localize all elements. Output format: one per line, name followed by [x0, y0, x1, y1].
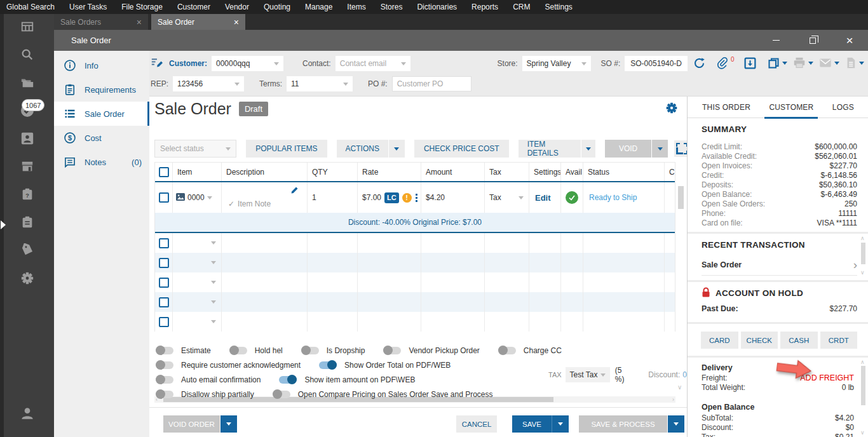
menu-item-vendor[interactable]: Vendor [225, 3, 249, 11]
void-order-dropdown-button[interactable] [220, 415, 237, 433]
menu-item-customer[interactable]: Customer [177, 3, 210, 11]
chevron-down-icon[interactable] [782, 62, 787, 65]
clipboard-question-icon[interactable]: ? [20, 187, 35, 202]
tab-sale-order[interactable]: Sale Order × [151, 14, 245, 30]
save-button[interactable]: SAVE [512, 415, 552, 433]
card-button[interactable]: CARD [701, 332, 738, 349]
scroll-up-icon[interactable]: ∧ [860, 359, 865, 365]
restore-button[interactable] [794, 30, 831, 51]
tab-close-icon[interactable]: × [137, 18, 142, 27]
tax-type-select[interactable]: Test Tax [566, 367, 610, 382]
item-details-button[interactable]: ITEM DETAILS [519, 140, 582, 158]
folders-icon[interactable] [20, 75, 35, 90]
menu-item-global-search[interactable]: Global Search [6, 3, 55, 11]
email-icon[interactable] [818, 56, 839, 70]
export-download-icon[interactable] [743, 57, 757, 70]
chevron-down-icon[interactable] [859, 62, 864, 65]
chevron-down-icon[interactable] [211, 261, 216, 264]
contact-select[interactable]: Contact email [336, 56, 410, 71]
scroll-down-icon[interactable]: ∨ [860, 429, 865, 436]
clipboard-list-icon[interactable] [20, 215, 35, 230]
menu-item-dictionaries[interactable]: Dictionaries [417, 3, 457, 11]
rep-select[interactable]: 123456 [173, 76, 244, 91]
contacts-icon[interactable] [20, 131, 35, 146]
toggle-show-item-amount[interactable] [279, 376, 297, 384]
edit-order-icon[interactable] [151, 57, 163, 71]
actions-dropdown-button[interactable] [389, 140, 405, 158]
sidebar-expand-arrow-icon[interactable] [1, 220, 6, 229]
toggle-disallow-partial[interactable] [156, 391, 173, 398]
scroll-down-icon[interactable]: ∨ [860, 269, 865, 276]
chevron-down-icon[interactable] [211, 281, 216, 284]
scroll-down-icon[interactable]: ∨ [677, 384, 682, 391]
tab-this-order[interactable]: THIS ORDER [702, 97, 750, 118]
toggle-hold[interactable] [229, 347, 247, 354]
panel-scrollbar-thumb[interactable] [861, 243, 865, 264]
scroll-up-icon[interactable]: ∧ [860, 235, 865, 241]
settings-gear-icon[interactable] [665, 102, 678, 114]
menu-item-file-storage[interactable]: File Storage [121, 3, 163, 11]
search-icon[interactable] [20, 47, 35, 62]
tab-logs[interactable]: LOGS [832, 97, 854, 118]
toggle-is-dropship[interactable] [301, 347, 319, 354]
panel-scrollbar-thumb[interactable] [861, 366, 865, 405]
menu-item-user-tasks[interactable]: User Tasks [69, 3, 107, 11]
qty-cell[interactable]: 1 [307, 182, 357, 213]
copy-icon[interactable] [767, 57, 787, 70]
chevron-down-icon[interactable] [211, 241, 216, 245]
edit-description-pencil-icon[interactable] [290, 185, 299, 197]
toggle-estimate[interactable] [156, 347, 173, 354]
select-status-dropdown[interactable]: Select status [154, 140, 236, 158]
row-checkbox[interactable] [159, 297, 169, 307]
rate-value[interactable]: $7.00 [362, 193, 381, 202]
cash-button[interactable]: CASH [780, 332, 818, 349]
void-dropdown-button[interactable] [652, 140, 668, 158]
save-and-process-button[interactable]: SAVE & PROCESS [579, 415, 667, 433]
check-price-cost-button[interactable]: CHECK PRICE COST [414, 140, 509, 158]
tab-sale-orders[interactable]: Sale Orders × [54, 14, 148, 30]
row-status-link[interactable]: Ready to Ship [583, 193, 637, 202]
menu-item-stores[interactable]: Stores [381, 3, 403, 11]
toggle-open-compare-pricing[interactable] [273, 391, 290, 398]
lc-badge[interactable]: LC [384, 192, 399, 203]
void-button[interactable]: VOID [605, 140, 652, 158]
menu-item-reports[interactable]: Reports [471, 3, 498, 11]
cancel-button[interactable]: CANCEL [456, 415, 497, 433]
toggle-auto-email[interactable] [156, 376, 173, 384]
nav-item-requirements[interactable]: Requirements [54, 77, 149, 102]
save-dropdown-button[interactable] [552, 415, 569, 433]
item-image-icon[interactable] [176, 193, 185, 203]
item-note[interactable]: ✓Item Note [228, 199, 271, 208]
gear-icon[interactable] [20, 271, 35, 286]
tag-icon[interactable] [20, 243, 35, 258]
save-and-process-dropdown-button[interactable] [668, 415, 684, 433]
chevron-down-icon[interactable] [211, 320, 216, 323]
document-icon[interactable] [844, 57, 864, 69]
toggle-vendor-pickup[interactable] [383, 347, 401, 354]
chevron-down-icon[interactable] [808, 62, 813, 65]
toggle-charge-cc[interactable] [498, 347, 516, 354]
close-button[interactable]: × [831, 30, 868, 51]
row-menu-dots-icon[interactable] [416, 194, 417, 202]
check-button[interactable]: CHECK [741, 332, 778, 349]
nav-item-notes[interactable]: Notes (0) [54, 150, 149, 174]
row-checkbox[interactable] [159, 238, 169, 248]
tax-select[interactable]: Tax [484, 182, 529, 213]
row-checkbox[interactable] [159, 278, 169, 288]
menu-item-manage[interactable]: Manage [305, 3, 332, 11]
popular-items-button[interactable]: POPULAR ITEMS [246, 140, 327, 158]
edit-settings-link[interactable]: Edit [529, 193, 551, 203]
menu-item-crm[interactable]: CRM [513, 3, 530, 11]
void-order-button[interactable]: VOID ORDER [163, 415, 220, 433]
toggle-require-ack[interactable] [156, 361, 173, 369]
chevron-down-icon[interactable] [834, 62, 839, 65]
refresh-icon[interactable] [693, 57, 706, 70]
attachments-icon[interactable]: 0 [716, 57, 735, 69]
user-profile-icon[interactable] [19, 405, 36, 424]
chevron-down-icon[interactable] [207, 196, 212, 199]
chevron-down-icon[interactable] [211, 300, 216, 304]
item-details-dropdown-button[interactable] [581, 140, 595, 158]
tab-customer[interactable]: CUSTOMER [769, 97, 813, 118]
nav-item-info[interactable]: Info [54, 53, 149, 77]
menu-item-quoting[interactable]: Quoting [264, 3, 290, 11]
